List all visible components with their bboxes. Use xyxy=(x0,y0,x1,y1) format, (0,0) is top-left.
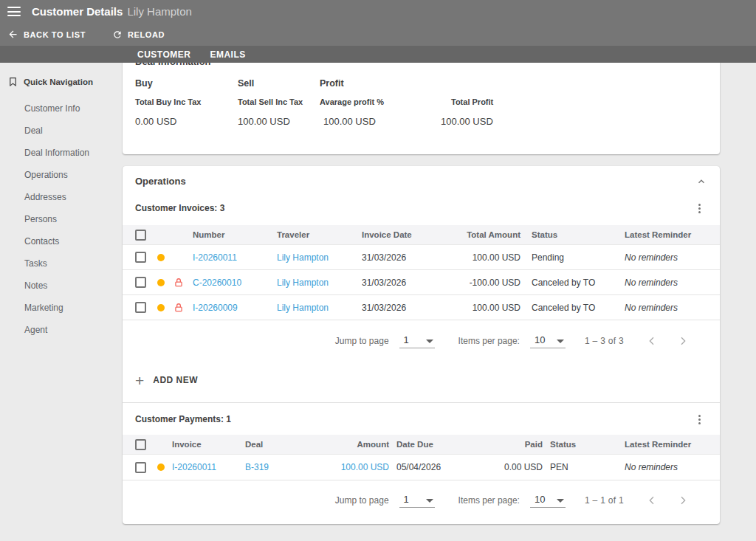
items-per-page-value: 10 xyxy=(535,334,546,345)
quick-navigation-header: Quick Navigation xyxy=(7,76,123,87)
payment-row: I-20260011 B-319 100.00 USD 05/04/2026 0… xyxy=(123,455,720,480)
jump-to-page-select[interactable]: 1 xyxy=(399,334,435,348)
col-traveler: Traveler xyxy=(277,230,362,239)
operations-card: Operations Customer Invoices: 3 Number T… xyxy=(123,166,720,524)
sidebar-item-notes[interactable]: Notes xyxy=(0,275,123,297)
status-dot-icon xyxy=(157,254,165,261)
top-header-bar: Customer Details Lily Hampton xyxy=(0,0,756,23)
plus-icon: + xyxy=(135,373,144,388)
payment-deal-link[interactable]: B-319 xyxy=(245,462,269,472)
total-amount: 100.00 USD xyxy=(465,303,520,313)
arrow-left-icon xyxy=(7,29,18,40)
payments-pagination: Jump to page 1 Items per page: 10 1 – 1 … xyxy=(123,482,720,519)
sidebar-item-persons[interactable]: Persons xyxy=(0,208,123,230)
deal-information-summary: Buy Total Buy Inc Tax 0.00 USD Sell Tota… xyxy=(123,78,720,127)
jump-to-page-label: Jump to page xyxy=(335,336,389,346)
chevron-right-icon xyxy=(677,335,689,347)
total-buy-inc-tax-label: Total Buy Inc Tax xyxy=(135,97,238,114)
previous-page-button[interactable] xyxy=(646,335,658,347)
jump-to-page-value: 1 xyxy=(404,494,416,505)
next-page-button[interactable] xyxy=(677,335,689,347)
total-amount: -100.00 USD xyxy=(465,278,520,288)
row-checkbox[interactable] xyxy=(135,302,146,313)
invoice-number-link[interactable]: I-20260011 xyxy=(193,252,237,263)
invoices-pagination: Jump to page 1 Items per page: 10 1 – 3 … xyxy=(123,323,720,359)
col-number: Number xyxy=(193,230,277,239)
sidebar-item-customer-info[interactable]: Customer Info xyxy=(0,97,123,120)
col-latest-reminder: Latest Reminder xyxy=(621,230,720,239)
sidebar-item-marketing[interactable]: Marketing xyxy=(0,297,123,319)
col-paid: Paid xyxy=(481,440,543,449)
status-dot-icon xyxy=(157,279,165,286)
quick-navigation-title: Quick Navigation xyxy=(24,77,93,86)
customer-invoices-title: Customer Invoices: 3 xyxy=(135,203,224,213)
jump-to-page-select[interactable]: 1 xyxy=(399,494,435,508)
total-buy-inc-tax-value: 0.00 USD xyxy=(135,114,238,127)
chevron-up-icon xyxy=(696,176,707,187)
items-per-page-value: 10 xyxy=(535,494,546,505)
total-amount: 100.00 USD xyxy=(465,252,520,263)
traveler-link[interactable]: Lily Hampton xyxy=(277,252,329,263)
payment-invoice-link[interactable]: I-20260011 xyxy=(172,462,216,472)
sidebar-item-agent[interactable]: Agent xyxy=(0,319,123,341)
status-dot-icon xyxy=(157,304,165,311)
hamburger-menu-icon[interactable] xyxy=(7,7,21,16)
traveler-link[interactable]: Lily Hampton xyxy=(277,278,329,288)
select-all-payments-checkbox[interactable] xyxy=(135,439,146,450)
status-dot-icon xyxy=(157,464,165,471)
bookmark-icon xyxy=(7,76,18,87)
traveler-link[interactable]: Lily Hampton xyxy=(277,303,329,313)
buy-header: Buy xyxy=(135,78,238,97)
tab-customer[interactable]: CUSTOMER xyxy=(137,49,190,60)
quick-navigation-list: Customer Info Deal Deal Information Oper… xyxy=(0,97,123,341)
customer-payments-title: Customer Payments: 1 xyxy=(135,414,231,424)
invoice-status: Pending xyxy=(520,252,621,263)
refresh-icon xyxy=(112,30,123,40)
reload-button[interactable]: RELOAD xyxy=(112,30,165,40)
row-checkbox[interactable] xyxy=(135,252,146,263)
back-to-list-label: BACK TO LIST xyxy=(24,30,86,39)
col-date-due: Date Due xyxy=(389,440,481,449)
items-per-page-select[interactable]: 10 xyxy=(530,334,566,348)
payments-header-row: Invoice Deal Amount Date Due Paid Status… xyxy=(123,435,720,455)
payment-paid: 0.00 USD xyxy=(481,462,543,472)
quick-navigation-sidebar: Quick Navigation Customer Info Deal Deal… xyxy=(0,63,123,341)
items-per-page-label: Items per page: xyxy=(458,336,520,346)
payments-more-menu-icon[interactable] xyxy=(692,411,707,427)
collapse-section-button[interactable] xyxy=(693,173,709,190)
invoice-number-link[interactable]: I-20260009 xyxy=(193,303,238,313)
col-invoice-date: Invoice Date xyxy=(362,230,465,239)
next-page-button[interactable] xyxy=(677,495,689,506)
sidebar-item-contacts[interactable]: Contacts xyxy=(0,230,123,252)
back-to-list-button[interactable]: BACK TO LIST xyxy=(7,29,86,40)
latest-reminder: No reminders xyxy=(621,252,720,263)
sidebar-item-deal-information[interactable]: Deal Information xyxy=(0,142,123,164)
invoice-date: 31/03/2026 xyxy=(362,252,465,263)
sidebar-item-addresses[interactable]: Addresses xyxy=(0,186,123,208)
jump-to-page-label: Jump to page xyxy=(335,495,389,506)
average-profit-label: Avarage profit % xyxy=(320,97,441,114)
add-new-button[interactable]: + ADD NEW xyxy=(135,367,198,393)
tab-emails[interactable]: EMAILS xyxy=(210,49,245,60)
invoice-status: Canceled by TO xyxy=(520,278,621,288)
payment-amount-link[interactable]: 100.00 USD xyxy=(341,462,389,472)
add-new-label: ADD NEW xyxy=(153,375,198,385)
select-all-invoices-checkbox[interactable] xyxy=(135,230,146,241)
sidebar-item-operations[interactable]: Operations xyxy=(0,164,123,186)
caret-down-icon xyxy=(557,340,564,343)
total-profit-value: 100.00 USD xyxy=(441,114,720,127)
total-sell-inc-tax-value: 100.00 USD xyxy=(238,114,320,127)
invoices-more-menu-icon[interactable] xyxy=(692,200,707,216)
total-sell-inc-tax-label: Total Sell Inc Tax xyxy=(238,97,320,114)
col-amount: Amount xyxy=(326,440,389,449)
invoice-number-link[interactable]: C-20260010 xyxy=(193,278,241,288)
reload-label: RELOAD xyxy=(128,30,165,39)
col-invoice: Invoice xyxy=(172,440,245,449)
sidebar-item-tasks[interactable]: Tasks xyxy=(0,252,123,275)
row-checkbox[interactable] xyxy=(135,277,146,288)
previous-page-button[interactable] xyxy=(646,495,658,506)
sidebar-item-deal[interactable]: Deal xyxy=(0,120,123,142)
invoice-row: I-20260009 Lily Hampton 31/03/2026 100.0… xyxy=(123,295,720,320)
items-per-page-select[interactable]: 10 xyxy=(530,494,566,508)
row-checkbox[interactable] xyxy=(135,462,146,473)
